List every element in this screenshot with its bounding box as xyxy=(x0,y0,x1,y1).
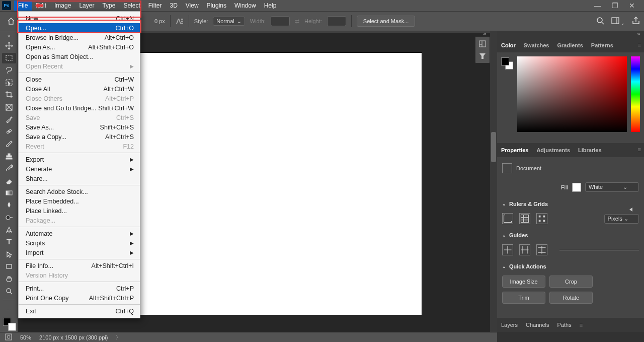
file-menu-place-embedded[interactable]: Place Embedded... xyxy=(19,196,140,206)
search-icon[interactable] xyxy=(596,17,604,26)
guide-icon-3[interactable] xyxy=(536,244,547,255)
menu-3d[interactable]: 3D xyxy=(166,1,181,11)
path-select-tool[interactable] xyxy=(2,249,16,259)
brush-tool[interactable] xyxy=(2,139,16,149)
color-picker[interactable] xyxy=(517,56,627,132)
file-menu-print[interactable]: Print...Ctrl+P xyxy=(19,284,140,293)
menu-type[interactable]: Type xyxy=(98,1,119,11)
zoom-level[interactable]: 50% xyxy=(20,334,31,340)
stamp-tool[interactable] xyxy=(2,151,16,161)
fg-bg-swatch[interactable] xyxy=(501,57,513,70)
menu-layer[interactable]: Layer xyxy=(75,1,98,11)
file-menu-share[interactable]: Share... xyxy=(19,174,140,183)
panel-menu-icon[interactable]: ≡ xyxy=(638,42,641,48)
hue-slider[interactable] xyxy=(631,56,640,132)
tab-color[interactable]: Color xyxy=(501,42,516,48)
share-icon[interactable] xyxy=(632,17,640,26)
file-menu-file-info[interactable]: File Info...Alt+Shift+Ctrl+I xyxy=(19,261,140,270)
menu-view[interactable]: View xyxy=(182,1,203,11)
menu-filter[interactable]: Filter xyxy=(144,1,166,11)
fill-select[interactable]: White⌄ xyxy=(585,182,639,192)
file-menu-place-linked[interactable]: Place Linked... xyxy=(19,206,140,216)
file-menu-close-and-go-to-bridge[interactable]: Close and Go to Bridge...Shift+Ctrl+W xyxy=(19,103,140,113)
file-menu-scripts[interactable]: Scripts▶ xyxy=(19,238,140,248)
menu-image[interactable]: Image xyxy=(50,1,75,11)
tab-swatches[interactable]: Swatches xyxy=(524,42,549,48)
eyedropper-tool[interactable] xyxy=(2,114,16,124)
guide-style[interactable] xyxy=(559,250,639,250)
tab-adjustments[interactable]: Adjustments xyxy=(536,147,570,153)
object-select-tool[interactable] xyxy=(2,78,16,88)
select-and-mask-button[interactable]: Select and Mask... xyxy=(357,16,416,27)
guide-icon-1[interactable] xyxy=(502,244,513,255)
healing-tool[interactable] xyxy=(2,126,16,136)
guides-header[interactable]: ⌄Guides xyxy=(502,229,639,241)
tab-paths[interactable]: Paths xyxy=(557,322,572,328)
crop-tool[interactable] xyxy=(2,90,16,100)
tab-libraries[interactable]: Libraries xyxy=(578,147,601,153)
shape-tool[interactable] xyxy=(2,261,16,271)
qa-trim[interactable]: Trim xyxy=(502,292,545,304)
guide-icon-2[interactable] xyxy=(519,244,530,255)
marquee-tool[interactable] xyxy=(2,53,16,63)
units-select[interactable]: Pixels ⌄ xyxy=(604,214,639,224)
file-menu-automate[interactable]: Automate▶ xyxy=(19,229,140,238)
antialias-icon[interactable] xyxy=(176,17,184,26)
tab-gradients[interactable]: Gradients xyxy=(557,42,583,48)
file-menu-close-all[interactable]: Close AllAlt+Ctrl+W xyxy=(19,84,140,94)
file-menu-browse-in-bridge[interactable]: Browse in Bridge...Alt+Ctrl+O xyxy=(19,33,140,42)
rulers-grids-header[interactable]: ⌄Rulers & Grids xyxy=(502,198,639,210)
file-menu-close[interactable]: CloseCtrl+W xyxy=(19,75,140,84)
quickmask-icon[interactable] xyxy=(5,333,12,341)
quick-actions-header[interactable]: ⌄Quick Actions xyxy=(502,260,639,272)
status-flyout-icon[interactable]: 〉 xyxy=(116,334,121,341)
move-tool[interactable] xyxy=(2,41,16,51)
dodge-tool[interactable] xyxy=(2,213,16,223)
menu-help[interactable]: Help xyxy=(260,1,281,11)
collapse-panels-icon[interactable]: » xyxy=(497,31,644,38)
collapsed-panel[interactable] xyxy=(475,36,490,63)
fill-swatch[interactable] xyxy=(572,183,581,192)
home-icon[interactable] xyxy=(4,16,18,27)
file-menu-save-as[interactable]: Save As...Shift+Ctrl+S xyxy=(19,122,140,132)
hand-tool[interactable] xyxy=(2,273,16,284)
menu-select[interactable]: Select xyxy=(119,1,144,11)
qa-image-size[interactable]: Image Size xyxy=(502,276,545,288)
tab-layers[interactable]: Layers xyxy=(501,322,518,328)
menu-plugins[interactable]: Plugins xyxy=(203,1,230,11)
close-button[interactable]: ✕ xyxy=(626,2,638,10)
vertical-scrollbar[interactable] xyxy=(490,31,497,332)
grid-icon[interactable] xyxy=(519,213,530,224)
file-menu-print-one-copy[interactable]: Print One CopyAlt+Shift+Ctrl+P xyxy=(19,293,140,303)
file-menu-new[interactable]: New...Ctrl+N xyxy=(19,14,140,23)
color-swap[interactable] xyxy=(2,318,16,332)
history-brush-tool[interactable] xyxy=(2,163,16,173)
file-menu-generate[interactable]: Generate▶ xyxy=(19,164,140,174)
pixel-grid-icon[interactable] xyxy=(536,213,547,224)
lasso-tool[interactable] xyxy=(2,65,16,76)
qa-crop[interactable]: Crop xyxy=(549,276,593,288)
file-menu-open[interactable]: Open...Ctrl+O xyxy=(19,23,140,33)
maximize-button[interactable]: ❐ xyxy=(609,2,621,10)
panel-menu-icon[interactable]: ≡ xyxy=(580,322,583,328)
blur-tool[interactable] xyxy=(2,200,16,210)
panel-menu-icon[interactable]: ≡ xyxy=(638,147,641,153)
gradient-tool[interactable] xyxy=(2,188,16,198)
tab-channels[interactable]: Channels xyxy=(526,322,549,328)
file-menu-open-as[interactable]: Open As...Alt+Shift+Ctrl+O xyxy=(19,42,140,52)
minimize-button[interactable]: — xyxy=(592,2,604,10)
pen-tool[interactable] xyxy=(2,225,16,235)
eraser-tool[interactable] xyxy=(2,176,16,186)
menu-file[interactable]: File xyxy=(14,1,32,11)
menu-window[interactable]: Window xyxy=(230,1,260,11)
qa-rotate[interactable]: Rotate xyxy=(549,292,593,304)
file-menu-import[interactable]: Import▶ xyxy=(19,248,140,257)
file-menu-exit[interactable]: ExitCtrl+Q xyxy=(19,306,140,316)
edit-toolbar-icon[interactable]: ⋯ xyxy=(2,306,16,316)
file-menu-open-as-smart-object[interactable]: Open as Smart Object... xyxy=(19,52,140,61)
style-select[interactable]: Normal ⌄ xyxy=(213,17,245,26)
zoom-tool[interactable] xyxy=(2,286,16,296)
file-menu-export[interactable]: Export▶ xyxy=(19,155,140,164)
type-tool[interactable] xyxy=(2,237,16,247)
workspace-icon[interactable]: ⌄ xyxy=(611,17,625,26)
